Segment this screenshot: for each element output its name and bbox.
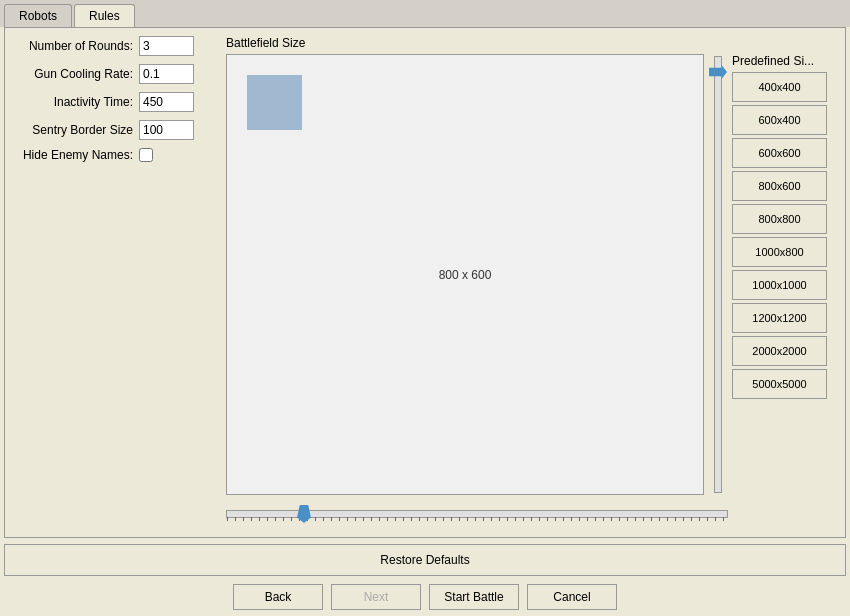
- hide-enemy-checkbox[interactable]: [139, 148, 153, 162]
- battlefield-section: Battlefield Size 800 x 600: [226, 36, 837, 529]
- vertical-slider-thumb[interactable]: [709, 65, 727, 79]
- sentry-input[interactable]: [139, 120, 194, 140]
- robot-thumbnail: [247, 75, 302, 130]
- restore-defaults-label: Restore Defaults: [380, 553, 469, 567]
- left-panel: Number of Rounds: Gun Cooling Rate: Inac…: [13, 36, 218, 529]
- battlefield-canvas: 800 x 600: [226, 54, 704, 495]
- horizontal-slider-container: [226, 499, 728, 529]
- button-bar: Back Next Start Battle Cancel: [0, 576, 850, 616]
- predefined-size-btn[interactable]: 1000x800: [732, 237, 827, 267]
- hide-enemy-row: Hide Enemy Names:: [13, 148, 218, 162]
- num-rounds-row: Number of Rounds:: [13, 36, 218, 56]
- sentry-label: Sentry Border Size: [13, 123, 133, 137]
- gun-cooling-label: Gun Cooling Rate:: [13, 67, 133, 81]
- horizontal-slider-track[interactable]: [226, 510, 728, 518]
- battlefield-area: 800 x 600: [226, 54, 837, 529]
- predefined-size-btn[interactable]: 800x600: [732, 171, 827, 201]
- predefined-size-btn[interactable]: 600x600: [732, 138, 827, 168]
- next-button[interactable]: Next: [331, 584, 421, 610]
- tab-bar: Robots Rules: [0, 0, 850, 27]
- predefined-size-btn[interactable]: 1200x1200: [732, 303, 827, 333]
- vertical-slider-container: [708, 54, 728, 495]
- start-battle-button[interactable]: Start Battle: [429, 584, 519, 610]
- content-area: Number of Rounds: Gun Cooling Rate: Inac…: [4, 27, 846, 538]
- num-rounds-label: Number of Rounds:: [13, 39, 133, 53]
- inactivity-label: Inactivity Time:: [13, 95, 133, 109]
- gun-cooling-row: Gun Cooling Rate:: [13, 64, 218, 84]
- cancel-button[interactable]: Cancel: [527, 584, 617, 610]
- predefined-size-btn[interactable]: 2000x2000: [732, 336, 827, 366]
- tab-robots[interactable]: Robots: [4, 4, 72, 27]
- main-window: Robots Rules Number of Rounds: Gun Cooli…: [0, 0, 850, 616]
- predefined-size-btn[interactable]: 600x400: [732, 105, 827, 135]
- predefined-list: 400x400600x400600x600800x600800x8001000x…: [732, 72, 837, 529]
- vertical-slider-track[interactable]: [714, 56, 722, 493]
- predefined-size-btn[interactable]: 5000x5000: [732, 369, 827, 399]
- predefined-size-btn[interactable]: 800x800: [732, 204, 827, 234]
- restore-defaults-button[interactable]: Restore Defaults: [4, 544, 846, 576]
- predefined-size-btn[interactable]: 1000x1000: [732, 270, 827, 300]
- sentry-row: Sentry Border Size: [13, 120, 218, 140]
- back-button[interactable]: Back: [233, 584, 323, 610]
- predefined-label: Predefined Si...: [732, 54, 837, 68]
- inactivity-input[interactable]: [139, 92, 194, 112]
- gun-cooling-input[interactable]: [139, 64, 194, 84]
- battlefield-label: Battlefield Size: [226, 36, 837, 50]
- predefined-panel: Predefined Si... 400x400600x400600x60080…: [732, 54, 837, 529]
- num-rounds-input[interactable]: [139, 36, 194, 56]
- main-row: Number of Rounds: Gun Cooling Rate: Inac…: [13, 36, 837, 529]
- battlefield-size-text: 800 x 600: [439, 268, 492, 282]
- hide-enemy-label: Hide Enemy Names:: [13, 148, 133, 162]
- inactivity-row: Inactivity Time:: [13, 92, 218, 112]
- battlefield-container: 800 x 600: [226, 54, 728, 529]
- tab-rules[interactable]: Rules: [74, 4, 135, 27]
- predefined-size-btn[interactable]: 400x400: [732, 72, 827, 102]
